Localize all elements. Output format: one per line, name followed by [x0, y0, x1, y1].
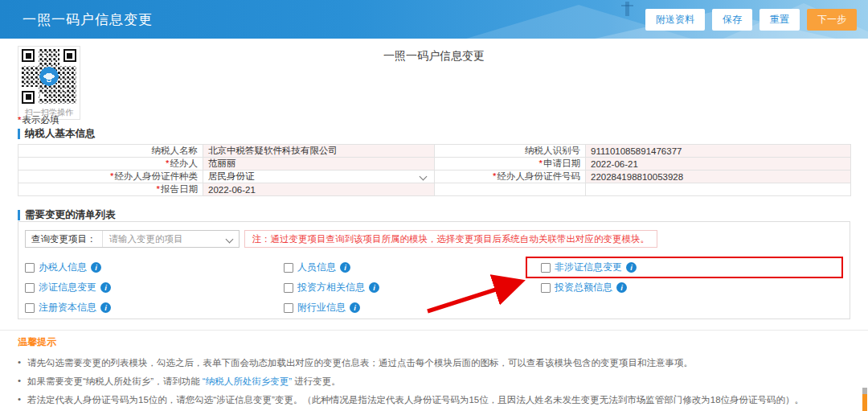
tip-item: 请先勾选需要变更的列表模块，勾选之后，表单下面会动态加载出对应的变更信息表；通过… [18, 357, 844, 369]
agent-field[interactable]: 范丽丽 [203, 158, 435, 171]
empty-cell [586, 183, 851, 196]
agent-id-type-select[interactable]: 居民身份证 [203, 171, 435, 183]
tips-section: 温馨提示 请先勾选需要变更的列表模块，勾选之后，表单下面会动态加载出对应的变更信… [18, 335, 844, 411]
chevron-down-icon [225, 236, 233, 244]
save-button[interactable]: 保存 [712, 9, 752, 31]
tip-item: 如果需要变更“纳税人所处街乡”，请到功能 “纳税人所处街乡变更” 进行变更。 [18, 376, 844, 388]
form-content: 一照一码户信息变更 扫一扫学操作 *表示必填 [0, 39, 868, 411]
section-title: 需要变更的清单列表 [25, 208, 116, 222]
street-township-change-link[interactable]: “纳税人所处街乡变更” [203, 376, 292, 386]
module-item-shezheng[interactable]: 涉证信息变更 i [25, 281, 284, 294]
query-control: 查询变更项目： 请输入变更的项目 [25, 230, 240, 248]
module-item-banshuiren[interactable]: 办税人信息 i [25, 261, 284, 274]
scrollbar[interactable] [862, 388, 867, 411]
section-bar [18, 210, 20, 220]
change-list-panel: 查询变更项目： 请输入变更的项目 注：通过变更项目查询到该项目所属的模块，选择变… [18, 221, 850, 319]
divider [0, 330, 868, 331]
table-row: *报告日期 2022-06-21 [18, 183, 851, 196]
agent-label: *经办人 [18, 158, 203, 171]
table-row: 纳税人名称 北京中税答疑软件科技有限公司 纳税人识别号 911101085891… [18, 145, 851, 158]
module-checkbox[interactable] [284, 283, 293, 293]
page-title: 一照一码户信息变更 [23, 10, 153, 29]
next-step-button[interactable]: 下一步 [807, 9, 857, 31]
info-icon[interactable]: i [100, 282, 111, 293]
table-row: *经办人 范丽丽 *申请日期 2022-06-21 [18, 158, 851, 171]
tips-list: 请先勾选需要变更的列表模块，勾选之后，表单下面会动态加载出对应的变更信息表；通过… [18, 357, 844, 406]
required-star: * [18, 115, 21, 125]
taxpayer-id-field[interactable]: 911101085891476377 [586, 145, 851, 158]
agent-id-type-label: *经办人身份证件种类 [18, 171, 203, 183]
required-note-text: 表示必填 [22, 115, 59, 125]
required-note: *表示必填 [18, 114, 59, 126]
highlight-red-box: 非涉证信息变更 i [526, 257, 843, 278]
info-icon[interactable]: i [91, 262, 101, 273]
tips-title: 温馨提示 [18, 335, 844, 349]
taxpayer-name-field[interactable]: 北京中税答疑软件科技有限公司 [203, 145, 435, 158]
select-placeholder: 请输入变更的项目 [109, 233, 183, 245]
section-basic-info: 纳税人基本信息 [18, 127, 96, 141]
module-checkbox[interactable] [541, 263, 551, 273]
qr-code: 扫一扫学操作 [18, 46, 80, 120]
scrollbar-cap[interactable] [862, 388, 867, 394]
tip-item: 若法定代表人身份证号码为15位的，请您勾选“涉证信息变更”变更。（此种情况是指法… [18, 394, 844, 406]
module-item-renyuan[interactable]: 人员信息 i [284, 261, 541, 274]
info-icon[interactable]: i [100, 302, 111, 313]
info-icon[interactable]: i [350, 302, 360, 313]
empty-cell [435, 183, 586, 196]
apply-date-field[interactable]: 2022-06-21 [586, 158, 851, 171]
module-item-feisheng[interactable]: 非涉证信息变更 i [541, 261, 637, 274]
chevron-down-icon [420, 173, 428, 181]
module-checkbox[interactable] [284, 303, 293, 313]
module-item-touzifang[interactable]: 投资方相关信息 i [284, 281, 541, 294]
taxpayer-id-label: 纳税人识别号 [435, 145, 586, 158]
module-item-hangye[interactable]: 附行业信息 i [284, 301, 541, 314]
report-date-field[interactable]: 2022-06-21 [203, 183, 435, 196]
info-icon[interactable]: i [626, 262, 637, 273]
report-date-label: *报告日期 [18, 183, 203, 196]
module-checkbox[interactable] [25, 303, 35, 313]
module-item-touzizonge[interactable]: 投资总额信息 i [541, 281, 843, 294]
module-grid: 办税人信息 i 人员信息 i 非涉证信息变更 i 涉证信息变更 i [25, 257, 843, 318]
basic-info-table: 纳税人名称 北京中税答疑软件科技有限公司 纳税人识别号 911101085891… [18, 144, 851, 196]
scrollbar-thumb[interactable] [862, 394, 867, 411]
query-label: 查询变更项目： [26, 233, 102, 245]
reset-button[interactable]: 重置 [760, 9, 800, 31]
top-header: 一照一码户信息变更 附送资料 保存 重置 下一步 [0, 0, 868, 39]
query-note: 注：通过变更项目查询到该项目所属的模块，选择变更项目后系统自动关联带出对应的变更… [244, 230, 658, 248]
module-item-zhuceziben[interactable]: 注册资本信息 i [25, 301, 284, 314]
query-row: 查询变更项目： 请输入变更的项目 注：通过变更项目查询到该项目所属的模块，选择变… [25, 230, 657, 248]
section-change-list: 需要变更的清单列表 [18, 208, 116, 222]
attach-materials-button[interactable]: 附送资料 [645, 9, 705, 31]
section-title: 纳税人基本信息 [25, 127, 96, 141]
agent-id-no-field[interactable]: 220284198810053928 [586, 171, 851, 183]
module-checkbox[interactable] [284, 263, 293, 273]
agent-id-no-label: *经办人身份证件号码 [435, 171, 586, 183]
info-icon[interactable]: i [340, 262, 350, 273]
module-checkbox[interactable] [541, 283, 551, 293]
info-icon[interactable]: i [369, 282, 379, 293]
form-title: 一照一码户信息变更 [0, 49, 868, 64]
module-checkbox[interactable] [25, 283, 35, 293]
change-item-select[interactable]: 请输入变更的项目 [102, 231, 239, 247]
header-actions: 附送资料 保存 重置 下一步 [645, 9, 857, 31]
qr-code-image [22, 49, 76, 104]
module-checkbox[interactable] [25, 263, 35, 273]
info-icon[interactable]: i [616, 282, 627, 293]
taxpayer-name-label: 纳税人名称 [18, 145, 203, 158]
table-row: *经办人身份证件种类 居民身份证 *经办人身份证件号码 220284198810… [18, 171, 851, 183]
section-bar [18, 129, 20, 139]
apply-date-label: *申请日期 [435, 158, 586, 171]
